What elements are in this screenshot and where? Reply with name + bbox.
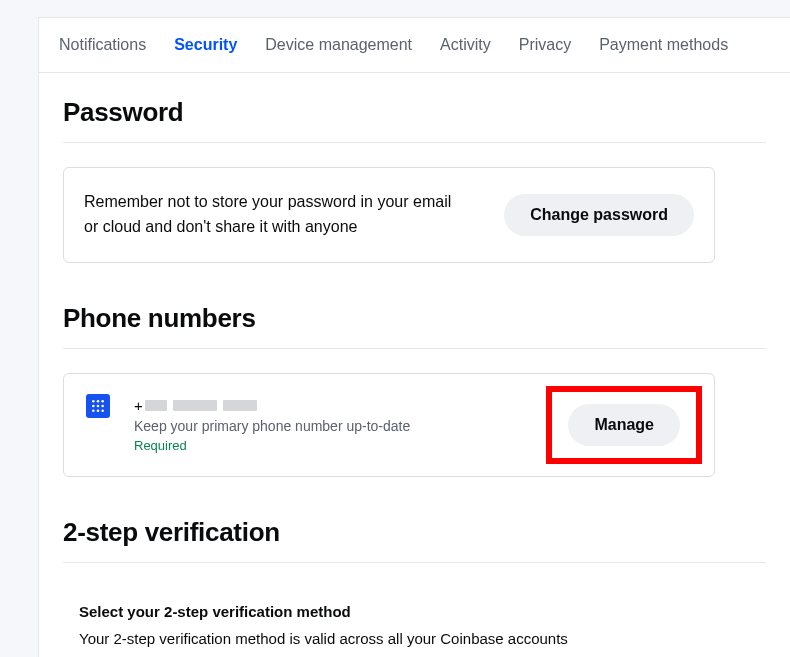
phone-card: + Keep your primary phone number up-to-d…	[63, 373, 715, 477]
password-section-title: Password	[63, 97, 766, 128]
svg-point-5	[101, 404, 104, 407]
phone-info: + Keep your primary phone number up-to-d…	[134, 397, 554, 453]
redacted-block	[173, 400, 217, 411]
redacted-block	[145, 400, 167, 411]
content-area: Password Remember not to store your pass…	[39, 73, 790, 647]
divider	[63, 348, 766, 349]
svg-point-6	[92, 409, 95, 412]
manage-highlight-wrapper: Manage	[554, 392, 694, 458]
password-card: Remember not to store your password in y…	[63, 167, 715, 263]
tab-payment-methods[interactable]: Payment methods	[599, 36, 728, 54]
twostep-section-title: 2-step verification	[63, 517, 766, 548]
keypad-icon	[86, 394, 110, 418]
svg-point-4	[97, 404, 100, 407]
twostep-description: Your 2-step verification method is valid…	[79, 630, 766, 647]
svg-point-7	[97, 409, 100, 412]
tab-activity[interactable]: Activity	[440, 36, 491, 54]
tab-notifications[interactable]: Notifications	[59, 36, 146, 54]
tab-security[interactable]: Security	[174, 36, 237, 54]
phone-prefix: +	[134, 397, 143, 414]
settings-page: Notifications Security Device management…	[38, 17, 790, 657]
tabs-nav: Notifications Security Device management…	[39, 18, 790, 73]
change-password-button[interactable]: Change password	[504, 194, 694, 236]
phone-subtext: Keep your primary phone number up-to-dat…	[134, 418, 554, 434]
phone-number: +	[134, 397, 554, 414]
svg-point-8	[101, 409, 104, 412]
tab-privacy[interactable]: Privacy	[519, 36, 571, 54]
divider	[63, 142, 766, 143]
svg-point-0	[92, 400, 95, 403]
divider	[63, 562, 766, 563]
required-tag: Required	[134, 438, 554, 453]
phone-section-title: Phone numbers	[63, 303, 766, 334]
svg-point-1	[97, 400, 100, 403]
twostep-content: Select your 2-step verification method Y…	[63, 603, 766, 647]
svg-point-2	[101, 400, 104, 403]
tab-device-management[interactable]: Device management	[265, 36, 412, 54]
password-description: Remember not to store your password in y…	[84, 190, 464, 240]
redacted-block	[223, 400, 257, 411]
svg-point-3	[92, 404, 95, 407]
twostep-subtitle: Select your 2-step verification method	[79, 603, 766, 620]
manage-phone-button[interactable]: Manage	[568, 404, 680, 446]
